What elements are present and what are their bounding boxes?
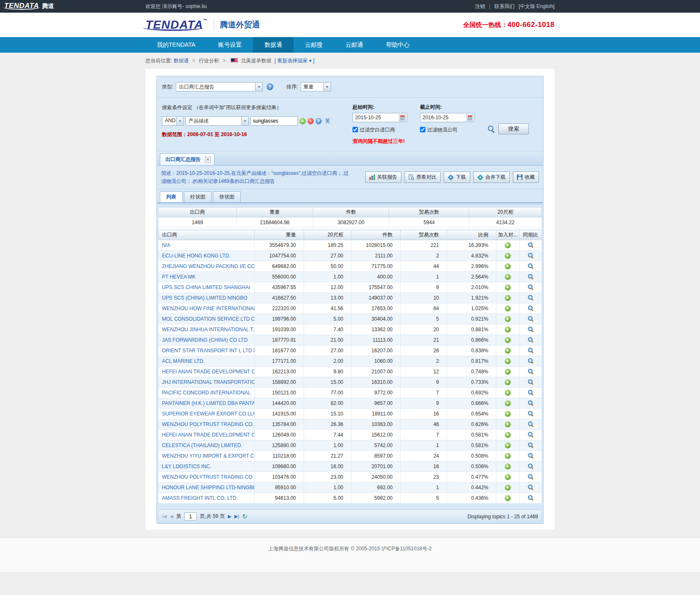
type-help-icon[interactable]: ? (267, 83, 273, 90)
column-header-exporter[interactable]: 出口商 (159, 230, 255, 240)
exporter-link[interactable]: MOL CONSOLIDATION SERVICE LTD O/B (162, 316, 255, 322)
close-icon[interactable]: ✕ (205, 157, 211, 163)
add-to-compare-icon[interactable]: + (505, 253, 511, 259)
reselect-country-link[interactable]: [ 重新选择国家 ▾ ] (275, 58, 315, 64)
period-compare-search-icon[interactable] (528, 252, 533, 258)
add-to-compare-icon[interactable]: + (505, 442, 511, 448)
exporter-link[interactable]: HEFEI ANAN TRADE DEVELOPMENT CO... (162, 432, 255, 438)
report-tab[interactable]: 出口商汇总报告 ✕ (160, 153, 215, 165)
nav-item-account-settings[interactable]: 账号设置 (207, 37, 253, 53)
period-compare-search-icon[interactable] (528, 347, 533, 353)
merge-download-button[interactable]: 合并下载 (473, 172, 510, 183)
report-type-select[interactable]: 出口商汇总报告 ▼ (176, 82, 263, 91)
next-page-icon[interactable]: ▶ (228, 514, 231, 519)
exporter-link[interactable]: ACL MARINE LTD. (162, 358, 205, 364)
download-button[interactable]: 下载 (444, 172, 470, 183)
add-to-compare-icon[interactable]: + (505, 485, 511, 490)
add-to-compare-icon[interactable]: + (505, 242, 511, 248)
period-compare-search-icon[interactable] (528, 326, 533, 332)
add-to-compare-icon[interactable]: + (505, 337, 511, 343)
exporter-link[interactable]: JAS FORWARDING (CHINA) CO LTD (162, 337, 248, 343)
period-compare-search-icon[interactable] (528, 453, 533, 458)
calendar-icon[interactable] (399, 114, 406, 121)
nav-item-data-tong[interactable]: 数据通 (253, 37, 293, 53)
exporter-link[interactable]: ECU-LINE HONG KONG LTD. (162, 253, 230, 259)
last-page-icon[interactable]: ▶| (234, 514, 239, 519)
condition-help-icon[interactable]: ? (315, 118, 322, 124)
language-switch-link[interactable]: [中文版 English] (519, 3, 555, 9)
logout-link[interactable]: 注销 (475, 3, 485, 9)
period-compare-search-icon[interactable] (528, 442, 533, 448)
period-compare-search-icon[interactable] (528, 358, 533, 364)
add-to-compare-icon[interactable]: + (505, 474, 511, 480)
period-compare-search-icon[interactable] (528, 368, 533, 374)
column-header-trade-count[interactable]: 贸易次数 (401, 230, 447, 240)
first-page-icon[interactable]: |◀ (162, 514, 167, 519)
nav-item-my-tendata[interactable]: 我的TENDATA (145, 37, 207, 53)
add-to-compare-icon[interactable]: + (505, 284, 511, 290)
exporter-link[interactable]: N/A (162, 242, 170, 248)
exporter-link[interactable]: WENZHOU JINHUA INTERNATIONAL T... (162, 327, 255, 332)
period-compare-search-icon[interactable] (528, 273, 533, 279)
exporter-link[interactable]: UPS SCS (CHINA) LIMITED NINGBO (162, 295, 248, 301)
add-condition-icon[interactable]: + (299, 118, 306, 124)
exporter-link[interactable]: PANTAINER (H.K.) LIMITED DBA PANTAI (162, 400, 255, 406)
view-tab-list[interactable]: 列表 (160, 191, 183, 202)
period-compare-search-icon[interactable] (528, 463, 533, 469)
add-to-compare-icon[interactable]: + (505, 263, 511, 269)
previous-page-icon[interactable]: ◀ (170, 514, 173, 519)
period-compare-search-icon[interactable] (528, 484, 533, 490)
english-translate-link[interactable]: 英 (325, 118, 330, 125)
period-compare-search-icon[interactable] (528, 474, 533, 480)
breadcrumb-link-datatong[interactable]: 数据通 (174, 58, 189, 64)
related-report-button[interactable]: 关联报告 (365, 172, 401, 183)
add-to-compare-icon[interactable]: + (505, 464, 511, 469)
add-to-compare-icon[interactable]: + (505, 390, 511, 396)
exporter-link[interactable]: JHJ INTERNATIONAL TRANSPORTATIO... (162, 379, 255, 385)
exporter-link[interactable]: WENZHOU POLYTRUST TRADING CO (162, 474, 253, 480)
column-header-teu[interactable]: 20尺柜 (304, 230, 351, 240)
period-compare-search-icon[interactable] (528, 316, 533, 322)
sort-select[interactable]: 重量 ▼ (301, 82, 331, 91)
exporter-link[interactable]: WENZHOU HOW FINE INTERNATIONAL... (162, 306, 255, 311)
search-button[interactable]: 搜索 (498, 123, 529, 134)
column-header-ratio[interactable]: 比例 (447, 230, 496, 240)
exporter-link[interactable]: SUPERIOR EYEWEAR EXPORT CO.LLC (162, 411, 255, 417)
chevron-down-icon[interactable]: ▼ (255, 83, 262, 91)
period-compare-search-icon[interactable] (528, 389, 533, 395)
add-to-compare-icon[interactable]: + (505, 358, 511, 364)
add-to-compare-icon[interactable]: + (505, 306, 511, 311)
chevron-down-icon[interactable]: ▼ (241, 117, 248, 125)
period-compare-search-icon[interactable] (528, 421, 533, 427)
exporter-link[interactable]: HEFEI ANAN TRADE DEVELOPMENT CO... (162, 369, 255, 375)
add-to-compare-icon[interactable]: + (505, 400, 511, 406)
period-compare-search-icon[interactable] (528, 410, 533, 416)
refresh-icon[interactable]: ↻ (242, 513, 248, 520)
period-compare-search-icon[interactable] (528, 379, 533, 385)
period-compare-search-icon[interactable] (528, 337, 533, 343)
remove-condition-icon[interactable]: − (307, 118, 314, 124)
exporter-link[interactable]: L&Y LOGISTICS INC. (162, 464, 211, 469)
view-tab-pie-chart[interactable]: 饼状图 (213, 191, 241, 202)
nav-item-help-center[interactable]: 帮助中心 (374, 37, 421, 53)
period-compare-search-icon[interactable] (528, 295, 533, 300)
period-compare-search-icon[interactable] (528, 400, 533, 406)
column-header-weight[interactable]: 重量 (255, 230, 304, 240)
period-compare-search-icon[interactable] (528, 432, 533, 437)
exporter-link[interactable]: UPS SCS CHINA LIMITED SHANGHAI (162, 284, 250, 290)
exporter-link[interactable]: ZHEJIANG WENZHOU PACKING I/E CORP. (162, 263, 255, 269)
add-to-compare-icon[interactable]: + (505, 295, 511, 301)
filter-blank-importer-checkbox[interactable] (353, 127, 358, 132)
exporter-link[interactable]: WENZHOU YIYU IMPORT & EXPORT C... (162, 453, 255, 459)
chevron-down-icon[interactable]: ▼ (176, 117, 183, 125)
add-to-compare-icon[interactable]: + (505, 348, 511, 354)
page-number-input[interactable] (184, 512, 197, 520)
period-compare-search-icon[interactable] (528, 263, 533, 269)
column-header-pieces[interactable]: 件数 (351, 230, 401, 240)
period-compare-search-icon[interactable] (528, 242, 533, 248)
exporter-link[interactable]: ORIENT STAR TRANSPORT INT L LTD RM (162, 348, 255, 354)
contact-link[interactable]: 联系我们 (494, 3, 514, 9)
chevron-down-icon[interactable]: ▼ (323, 83, 331, 91)
add-to-compare-icon[interactable]: + (505, 316, 511, 322)
keyword-input[interactable] (250, 116, 298, 126)
